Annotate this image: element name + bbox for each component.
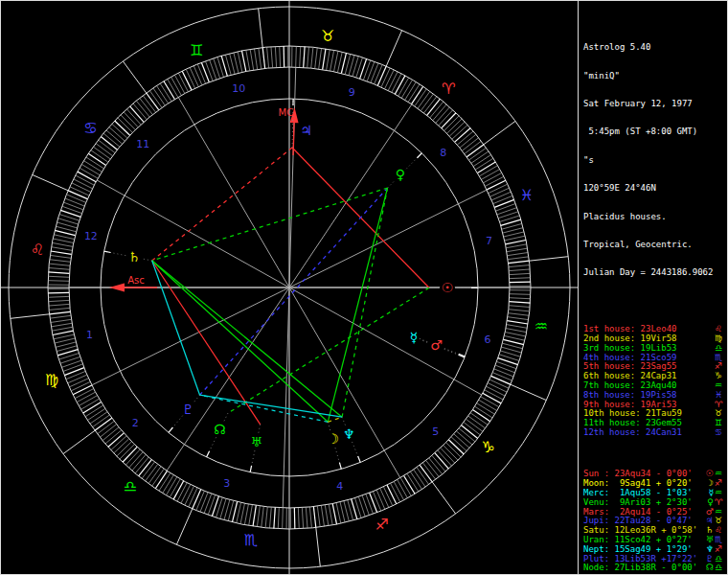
sign-glyph: ♐: [715, 478, 723, 488]
house-number-9: 9: [349, 86, 355, 99]
house-cusp-list: 1st house: 23Leo40♌2nd house: 19Vir58♍3r…: [583, 325, 727, 438]
planet-row-glyphs: ☊♎: [706, 564, 723, 573]
planet-glyph: ☊: [706, 563, 715, 572]
house-number-6: 6: [485, 334, 491, 346]
sign-glyph-virgo: ♍: [45, 371, 58, 389]
planet-glyph-neptune: ♆: [343, 426, 355, 442]
sign-glyph-taurus: ♉: [321, 27, 334, 45]
aspect-line-venus-saturn: [152, 188, 388, 261]
planet-glyph-pluto: ♇: [182, 402, 194, 417]
aspect-line-venus-pluto: [200, 188, 388, 395]
planet-glyph-sun: ☉: [442, 280, 454, 295]
aspect-line-moon-saturn: [152, 261, 329, 422]
planet-position-row: Node: 27Lib38R - 0°00'☊♎: [583, 564, 727, 573]
house-cusp-line-10: [289, 67, 296, 288]
sign-glyph-gemini: ♊: [190, 41, 203, 59]
sign-glyph-cancer: ♋: [83, 119, 97, 137]
planet-glyph: ☽: [706, 478, 715, 488]
planet-glyph: ♀: [707, 497, 715, 507]
sign-glyph: ♈: [715, 497, 723, 507]
sign-glyph-leo: ♌: [31, 241, 44, 259]
astrolog-window: ♈♉♊♋♌♍♎♏♐♑♒♓123456789101112MCAsc☉☽☿♀♂♃♄♅…: [0, 0, 728, 575]
house-number-11: 11: [136, 138, 149, 150]
sign-glyph: ♌: [715, 525, 723, 535]
sign-glyph: ♎: [715, 554, 723, 564]
sign-glyph-capricorn: ♑: [482, 438, 495, 456]
aspect-line-moon-pluto: [200, 395, 329, 422]
planet-glyph-venus: ♀: [396, 167, 405, 182]
house-number-12: 12: [84, 230, 98, 242]
house-number-4: 4: [336, 480, 343, 493]
chart-area: ♈♉♊♋♌♍♎♏♐♑♒♓123456789101112MCAsc☉☽☿♀♂♃♄♅…: [1, 1, 578, 574]
house-cusp-line-6: [289, 288, 482, 395]
julian-day: Julian Day = 2443186.9062: [583, 268, 727, 278]
aspect-line-jupiter-saturn: [152, 148, 292, 261]
chart-time: 5:45pm (ST +8:00 GMT): [583, 127, 727, 137]
sign-glyph: ♋: [715, 428, 723, 438]
planet-glyph: ♃: [706, 516, 715, 525]
house-cusp-row: 12th house: 24Can31♋: [583, 428, 727, 438]
sign-glyph-pisces: ♓: [520, 186, 534, 204]
house-cusp-line-3: [167, 288, 289, 471]
mc-label: MC: [279, 107, 294, 118]
planet-glyph-mercury: ☿: [410, 330, 419, 345]
sign-glyph: ♒: [715, 507, 723, 517]
sign-glyph-aries: ♈: [442, 80, 455, 98]
house-number-3: 3: [223, 477, 230, 490]
chart-date: Sat February 12, 1977: [583, 100, 727, 109]
house-number-7: 7: [486, 235, 492, 247]
coordinates: 120°59E 24°46N: [583, 184, 727, 194]
info-sidebar: Astrolog 5.40 "miniQ" Sat February 12, 1…: [578, 1, 727, 574]
planet-glyph: ☉: [706, 469, 715, 478]
sign-glyph: ♏: [715, 535, 723, 544]
planet-glyph: ♆: [706, 544, 715, 554]
planet-glyph-jupiter: ♃: [301, 123, 313, 138]
zodiac-type: Tropical, Geocentric.: [583, 241, 727, 250]
planet-glyph-moon: ☽: [327, 431, 339, 447]
sign-glyph: ♒: [715, 488, 723, 497]
house-number-5: 5: [432, 426, 439, 438]
house-number-2: 2: [132, 417, 139, 429]
aspect-line-moon-neptune: [328, 417, 342, 422]
house-cusp-line-11: [178, 97, 289, 288]
house-number-1: 1: [86, 329, 93, 341]
house-cusp-line-12: [97, 180, 289, 288]
planet-glyph: ♂: [706, 507, 715, 517]
sign-glyph: ♒: [715, 469, 723, 478]
planet-glyph: ♇: [706, 554, 715, 564]
asc-label: Asc: [127, 275, 145, 286]
planet-glyph-uranus: ♅: [251, 434, 263, 449]
house-cusp-text: 12th house: 24Can31: [583, 428, 682, 438]
house-system: Placidus houses.: [583, 213, 727, 222]
house-cusp-line-4: [283, 288, 289, 508]
location-name: "s: [583, 156, 727, 166]
sign-glyph-aquarius: ♒: [535, 317, 548, 335]
aspect-line-saturn-neptune: [152, 261, 342, 417]
planet-glyph-node: ☊: [214, 422, 225, 437]
sign-glyph-scorpio: ♏: [244, 531, 258, 549]
sign-glyph: ♐: [715, 544, 723, 554]
house-cusp-line-8: [289, 190, 487, 288]
planet-glyph: ♅: [706, 535, 715, 544]
planet-glyph-mars: ♂: [430, 337, 443, 353]
natal-wheel-chart[interactable]: ♈♉♊♋♌♍♎♏♐♑♒♓123456789101112MCAsc☉☽☿♀♂♃♄♅…: [1, 1, 578, 574]
sign-glyph: ♎: [715, 563, 723, 572]
app-title: Astrolog 5.40: [583, 43, 727, 53]
aspect-line-sun-node: [228, 288, 429, 413]
aspect-line-moon-venus: [328, 188, 387, 422]
planet-glyph: ♄: [706, 525, 715, 535]
chart-info-block: Astrolog 5.40 "miniQ" Sat February 12, 1…: [583, 25, 727, 297]
sign-glyph-libra: ♎: [124, 477, 137, 495]
house-cusp-line-5: [289, 288, 400, 478]
planet-glyph-saturn: ♄: [128, 249, 141, 264]
house-number-10: 10: [232, 82, 245, 95]
house-number-8: 8: [440, 147, 446, 159]
chart-name: "miniQ": [583, 72, 727, 81]
sign-glyph: ♉: [715, 516, 723, 525]
planet-position-list: Sun : 23Aqu34 - 0°00'☉♒Moon: 9Sag41 + 0°…: [583, 470, 727, 573]
aspect-line-neptune-pluto: [200, 395, 342, 417]
sign-glyph-sagittarius: ♐: [375, 516, 389, 534]
planet-position-text: Node: 27Lib38R - 0°00': [583, 564, 697, 573]
aspect-line-saturn-uranus: [152, 261, 261, 425]
